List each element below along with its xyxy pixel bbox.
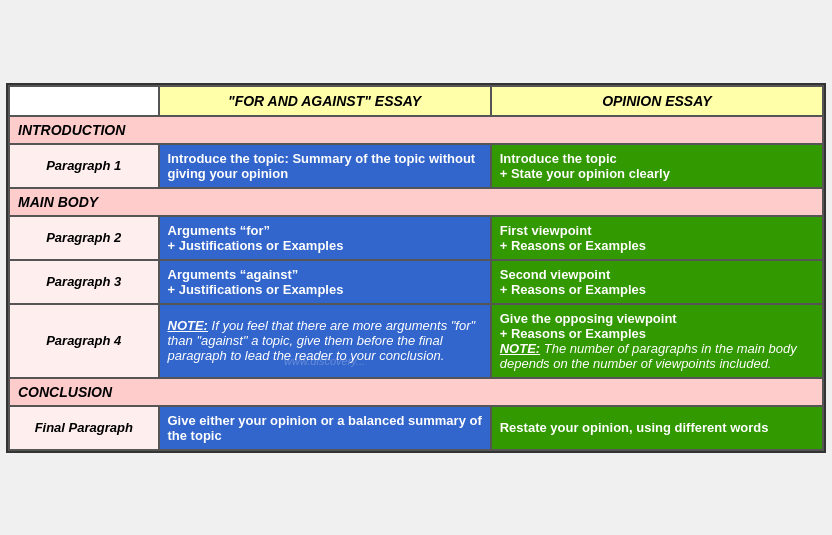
final-col3: Restate your opinion, using different wo… (491, 406, 823, 450)
paragraph4-col3-note: NOTE: (500, 341, 540, 356)
header-opinion: OPINION ESSAY (491, 86, 823, 116)
paragraph4-col3: Give the opposing viewpoint+ Reasons or … (491, 304, 823, 378)
introduction-label: INTRODUCTION (9, 116, 823, 144)
paragraph4-label: Paragraph 4 (9, 304, 159, 378)
final-paragraph-label: Final Paragraph (9, 406, 159, 450)
paragraph3-col2-text: Arguments “against”+ Justifications or E… (168, 267, 344, 297)
paragraph4-note-label: NOTE: (168, 318, 208, 333)
conclusion-label: CONCLUSION (9, 378, 823, 406)
header-empty (9, 86, 159, 116)
header-for-against: "FOR AND AGAINST" ESSAY (159, 86, 491, 116)
paragraph1-row: Paragraph 1 Introduce the topic: Summary… (9, 144, 823, 188)
introduction-section-row: INTRODUCTION (9, 116, 823, 144)
paragraph2-col2: Arguments “for”+ Justifications or Examp… (159, 216, 491, 260)
final-paragraph-row: Final Paragraph Give either your opinion… (9, 406, 823, 450)
paragraph2-col3-text: First viewpoint+ Reasons or Examples (500, 223, 646, 253)
paragraph1-col2-text: Introduce the topic: Summary of the topi… (168, 151, 476, 181)
main-table-container: "FOR AND AGAINST" ESSAY OPINION ESSAY IN… (6, 83, 826, 453)
paragraph4-col3-bold: Give the opposing viewpoint+ Reasons or … (500, 311, 677, 341)
paragraph4-col2: NOTE: If you feel that there are more ar… (159, 304, 491, 378)
paragraph1-col3: Introduce the topic+ State your opinion … (491, 144, 823, 188)
paragraph3-row: Paragraph 3 Arguments “against”+ Justifi… (9, 260, 823, 304)
paragraph2-col2-text: Arguments “for”+ Justifications or Examp… (168, 223, 344, 253)
paragraph3-col3-text: Second viewpoint+ Reasons or Examples (500, 267, 646, 297)
mainbody-label: MAIN BODY (9, 188, 823, 216)
paragraph3-col3: Second viewpoint+ Reasons or Examples (491, 260, 823, 304)
paragraph2-row: Paragraph 2 Arguments “for”+ Justificati… (9, 216, 823, 260)
paragraph1-label: Paragraph 1 (9, 144, 159, 188)
paragraph3-col2: Arguments “against”+ Justifications or E… (159, 260, 491, 304)
paragraph1-col3-text: Introduce the topic+ State your opinion … (500, 151, 670, 181)
paragraph2-label: Paragraph 2 (9, 216, 159, 260)
paragraph1-col2: Introduce the topic: Summary of the topi… (159, 144, 491, 188)
final-col2: Give either your opinion or a balanced s… (159, 406, 491, 450)
paragraph4-row: Paragraph 4 NOTE: If you feel that there… (9, 304, 823, 378)
paragraph2-col3: First viewpoint+ Reasons or Examples (491, 216, 823, 260)
paragraph3-label: Paragraph 3 (9, 260, 159, 304)
conclusion-section-row: CONCLUSION (9, 378, 823, 406)
mainbody-section-row: MAIN BODY (9, 188, 823, 216)
paragraph4-col3-italic: The number of paragraphs in the main bod… (500, 341, 797, 371)
